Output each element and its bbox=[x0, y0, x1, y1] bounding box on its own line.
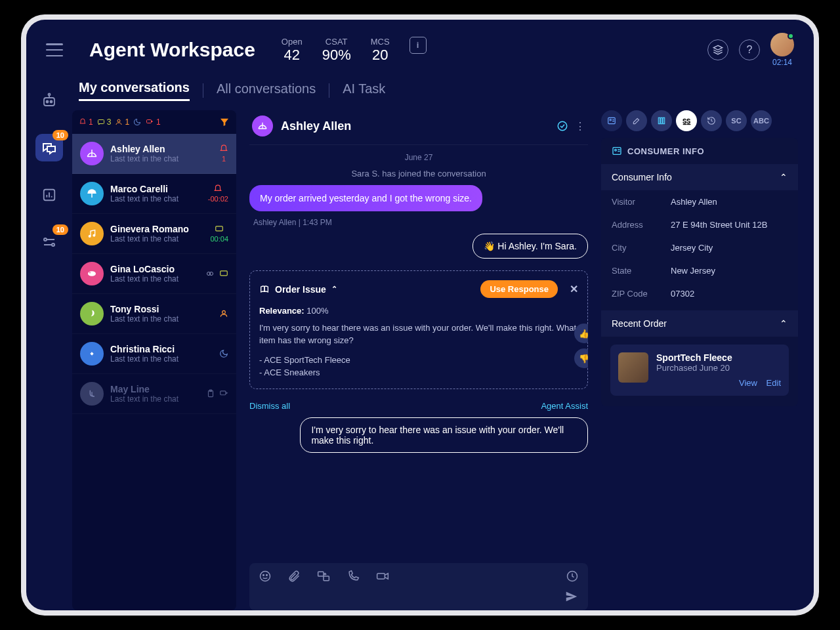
svg-point-24 bbox=[89, 272, 91, 274]
conversation-list: 1 3 1 bbox=[72, 110, 236, 610]
contact-subtitle: Last text in the chat bbox=[110, 234, 203, 243]
info-icon[interactable]: i bbox=[410, 37, 427, 54]
product-image bbox=[618, 352, 648, 383]
contact-avatar bbox=[80, 342, 104, 366]
section-recent-order[interactable]: Recent Order ⌃ bbox=[601, 310, 798, 337]
nav-conversations-icon[interactable]: 10 bbox=[35, 134, 63, 161]
field-label: Visitor bbox=[612, 197, 671, 207]
chat-avatar bbox=[252, 116, 273, 136]
chat-contact-name: Ashley Allen bbox=[281, 119, 351, 133]
panel-chip-abc[interactable]: ABC bbox=[751, 110, 772, 131]
conversation-item[interactable]: Ashley Allen Last text in the chat 1 bbox=[72, 134, 236, 174]
view-link[interactable]: View bbox=[739, 378, 757, 388]
svg-rect-40 bbox=[377, 574, 385, 579]
system-message: Sara S. has joined the conversation bbox=[249, 169, 588, 178]
svg-point-21 bbox=[93, 234, 95, 236]
panel-chip-edit-icon[interactable] bbox=[626, 110, 647, 131]
filter-chat[interactable]: 3 bbox=[97, 117, 112, 127]
use-response-button[interactable]: Use Response bbox=[480, 280, 558, 298]
tab-ai-task[interactable]: AI Task bbox=[343, 81, 385, 100]
contact-subtitle: Last text in the chat bbox=[110, 154, 213, 163]
svg-rect-46 bbox=[658, 117, 660, 123]
profile-avatar[interactable]: 02:14 bbox=[770, 33, 794, 67]
contact-name: Tony Rossi bbox=[110, 304, 213, 314]
panel-chip-profile-icon[interactable] bbox=[601, 110, 622, 131]
svg-rect-48 bbox=[663, 117, 664, 123]
svg-point-12 bbox=[52, 243, 54, 246]
conversation-item[interactable]: Christina Ricci Last text in the chat bbox=[72, 334, 236, 374]
user-icon bbox=[219, 309, 228, 318]
conversation-item[interactable]: May Line Last text in the chat bbox=[72, 374, 236, 414]
suggestion-item: - ACE Sneakers bbox=[259, 366, 578, 379]
purchase-date: Purchased June 20 bbox=[656, 363, 781, 373]
layers-icon[interactable] bbox=[707, 39, 728, 60]
send-icon[interactable] bbox=[564, 589, 579, 604]
stat-csat-label: CSAT bbox=[326, 37, 348, 47]
session-timer: 02:14 bbox=[772, 58, 792, 67]
svg-rect-14 bbox=[98, 120, 104, 124]
svg-point-20 bbox=[89, 236, 91, 238]
filter-funnel-icon[interactable] bbox=[219, 117, 230, 127]
help-icon[interactable]: ? bbox=[739, 39, 760, 60]
video-icon[interactable] bbox=[375, 570, 390, 583]
panel-chip-history-icon[interactable] bbox=[701, 110, 722, 131]
panel-chip-library-icon[interactable] bbox=[651, 110, 672, 131]
ai-suggestion-card: Order Issue ⌃ Use Response ✕ Relevance: … bbox=[249, 270, 588, 389]
conversation-item[interactable]: Tony Rossi Last text in the chat bbox=[72, 294, 236, 334]
svg-point-36 bbox=[263, 575, 264, 576]
field-value: 07302 bbox=[671, 289, 694, 299]
conversation-item[interactable]: Gina LoCascio Last text in the chat bbox=[72, 254, 236, 294]
thumbs-up-icon[interactable]: 👍 bbox=[574, 324, 588, 343]
attachment-icon[interactable] bbox=[287, 570, 301, 583]
field-value: Ashley Allen bbox=[671, 197, 717, 207]
wait-time: -00:02 bbox=[208, 195, 228, 203]
panel-chip-app-icon[interactable]: S̲S̲ bbox=[676, 110, 697, 131]
suggestion-item: - ACE SportTech Fleece bbox=[259, 354, 578, 367]
field-value: 27 E 94th Street Unit 12B bbox=[671, 220, 767, 230]
chevron-up-icon: ⌃ bbox=[780, 172, 788, 182]
stat-mcs-label: MCS bbox=[371, 37, 390, 47]
conversation-item[interactable]: Marco Carelli Last text in the chat -00:… bbox=[72, 174, 236, 214]
contact-name: Marco Carelli bbox=[110, 184, 201, 194]
edit-link[interactable]: Edit bbox=[766, 378, 781, 388]
conversation-item[interactable]: Ginevera Romano Last text in the chat 00… bbox=[72, 214, 236, 254]
tab-my-conversations[interactable]: My conversations bbox=[79, 80, 190, 101]
transfer-icon[interactable] bbox=[316, 570, 331, 583]
contact-subtitle: Last text in the chat bbox=[110, 354, 213, 364]
wait-time: 00:04 bbox=[210, 235, 228, 243]
section-consumer-info[interactable]: Consumer Info ⌃ bbox=[601, 164, 798, 190]
more-menu-icon[interactable]: ⋮ bbox=[575, 120, 585, 133]
svg-point-5 bbox=[49, 94, 51, 96]
filter-flag[interactable]: 1 bbox=[145, 117, 161, 127]
panel-chip-sc[interactable]: SC bbox=[726, 110, 747, 131]
thumbs-down-icon[interactable]: 👎 bbox=[574, 348, 588, 368]
nav-analytics-icon[interactable] bbox=[35, 181, 63, 209]
svg-marker-0 bbox=[713, 45, 722, 50]
dismiss-all-link[interactable]: Dismiss all bbox=[249, 401, 290, 411]
chevron-up-icon[interactable]: ⌃ bbox=[331, 285, 337, 293]
svg-point-23 bbox=[88, 271, 96, 276]
field-value: New Jersey bbox=[671, 266, 715, 276]
hamburger-menu-icon[interactable] bbox=[46, 43, 63, 56]
nav-bot-icon[interactable] bbox=[35, 87, 63, 114]
svg-point-34 bbox=[558, 121, 567, 131]
svg-point-35 bbox=[261, 572, 270, 581]
filter-bell[interactable]: 1 bbox=[79, 117, 93, 127]
filter-moon[interactable] bbox=[133, 118, 141, 126]
emoji-icon[interactable] bbox=[259, 570, 272, 583]
tab-all-conversations[interactable]: All conversations bbox=[217, 81, 316, 100]
svg-point-10 bbox=[44, 238, 47, 241]
linked-icon bbox=[205, 270, 215, 278]
user-message: My order arrived yesterday and I got the… bbox=[249, 185, 482, 211]
svg-point-43 bbox=[610, 119, 611, 121]
schedule-icon[interactable] bbox=[566, 570, 579, 583]
svg-point-2 bbox=[47, 101, 49, 103]
nav-workflow-icon[interactable]: 10 bbox=[35, 228, 63, 256]
phone-icon[interactable] bbox=[346, 570, 360, 583]
agent-draft-message: I'm very sorry to hear there was an issu… bbox=[300, 417, 588, 453]
close-icon[interactable]: ✕ bbox=[570, 283, 578, 295]
agent-message: 👋 Hi Ashley. I'm Sara. bbox=[472, 234, 588, 259]
message-input[interactable] bbox=[259, 590, 564, 603]
verified-icon[interactable] bbox=[556, 120, 568, 133]
filter-user[interactable]: 1 bbox=[115, 117, 129, 127]
